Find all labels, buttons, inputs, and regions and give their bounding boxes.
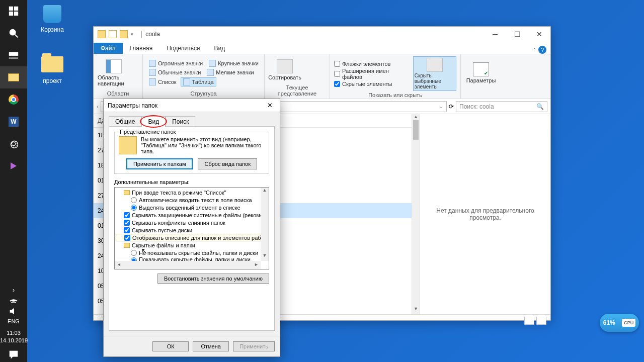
tab-general[interactable]: Общие [109,116,141,127]
ok-button[interactable]: ОК [152,341,189,351]
expand-icon[interactable]: › [0,284,27,296]
tab-search[interactable]: Поиск [166,116,195,127]
settings-icon[interactable] [0,133,27,155]
qat-icon[interactable] [109,30,117,38]
cancel-button[interactable]: Отмена [193,341,229,351]
folder-icon [98,30,106,38]
project-folder-label: проект [33,77,71,84]
preview-pane: Нет данных для предварительного просмотр… [420,114,550,314]
svg-rect-0 [9,7,13,11]
advanced-settings-tree[interactable]: При вводе текста в режиме "Список" Автом… [114,187,269,269]
scrollbar-vertical[interactable]: ▲▼ [412,114,420,314]
cpu-percent: 61% [603,319,615,326]
tree-highlight[interactable]: Выделять введенный элемент в списке [116,204,268,211]
large-icons[interactable]: Крупные значки [207,59,261,67]
folder-options-dialog: Параметры папок ✕ Общие Вид Поиск Предст… [103,99,280,357]
taskbar: W › ENG 11:0314.10.2019 [0,0,27,362]
titlebar: ▾ | coola ─ ☐ ✕ [94,27,550,42]
wifi-icon[interactable] [0,296,27,306]
navigation-pane-button[interactable]: Область навигации [98,59,130,86]
window-title: coola [145,31,160,38]
close-button[interactable]: ✕ [528,27,550,41]
tree-scrollbar-v[interactable]: ▲▼ [261,188,269,261]
refresh-button[interactable]: ⟳ [449,103,454,110]
dialog-close-button[interactable]: ✕ [264,102,276,109]
dialog-title: Параметры папок [108,102,157,109]
tab-share[interactable]: Поделиться [159,43,207,54]
language-indicator[interactable]: ENG [0,316,27,326]
tree-hide-conflicts[interactable]: Скрывать конфликты слияния папок [116,219,268,226]
start-button[interactable] [0,0,27,22]
tree-show-desc[interactable]: Отображать описание для папок и элементо… [116,234,268,241]
search-icon[interactable] [0,22,27,44]
list-view[interactable]: Список [147,77,179,86]
hidden-items[interactable]: Скрытые элементы [334,81,409,87]
svg-rect-2 [9,12,13,16]
hide-selected-button[interactable]: Скрыть выбранные элементы [413,56,456,91]
search-input[interactable]: Поиск: coola 🔍 [456,101,547,112]
tree-hidden-files: Скрытые файлы и папки [116,241,268,249]
huge-icons[interactable]: Огромные значки [147,59,205,67]
svg-rect-1 [14,7,18,11]
folder-view-group: Представление папок Вы можете применить … [114,132,269,174]
tree-auto-search[interactable]: Автоматически вводить текст в поле поиск… [116,196,268,204]
task-view-icon[interactable] [0,44,27,66]
advanced-label: Дополнительные параметры: [114,179,269,185]
volume-icon[interactable] [0,306,27,316]
svg-point-4 [10,30,16,35]
details-view-toggle[interactable] [524,317,534,325]
recycle-bin-label: Корзина [33,26,71,33]
sort-button[interactable]: Сортировать [269,59,301,80]
chrome-icon[interactable] [0,88,27,111]
restore-defaults-button[interactable]: Восстановить значения по умолчанию [157,274,269,284]
svg-rect-6 [10,53,13,56]
tree-input-list: При вводе текста в режиме "Список" [116,189,268,196]
folder-icon [119,136,137,154]
icons-view-toggle[interactable] [536,317,546,325]
project-folder[interactable]: проект [33,54,71,84]
svg-line-5 [15,35,18,38]
media-icon[interactable] [0,155,27,177]
file-extensions[interactable]: Расширения имен файлов [334,68,409,80]
options-button[interactable]: ✔Параметры [465,62,497,83]
qat-icon-2[interactable] [120,30,128,38]
svg-rect-3 [14,12,18,16]
tree-scrollbar-h[interactable]: ◄► [115,261,261,269]
action-center-icon[interactable] [0,347,27,362]
tree-hide-protected[interactable]: Скрывать защищенные системные файлы (рек… [116,211,268,219]
small-icons[interactable]: Мелкие значки [205,68,256,76]
tab-file[interactable]: Файл [94,43,123,54]
reset-folders-button[interactable]: Сброс вида папок [198,158,257,169]
cpu-label: CPU [622,319,635,327]
word-icon[interactable]: W [0,111,27,133]
apply-button[interactable]: Применить [233,341,275,351]
minimize-button[interactable]: ─ [484,27,506,41]
tab-home[interactable]: Главная [123,43,160,54]
tree-dont-show-hidden[interactable]: Не показывать скрытые файлы, папки и дис… [116,249,268,256]
clock[interactable]: 11:0314.10.2019 [0,326,27,347]
dialog-titlebar: Параметры папок ✕ [104,99,280,112]
ribbon-collapse-icon[interactable]: ⌃ [532,47,536,53]
recycle-bin[interactable]: Корзина [33,5,71,33]
explorer-taskbar-icon[interactable] [0,66,27,88]
svg-rect-9 [10,351,18,356]
ribbon: Область навигации Области Огромные значк… [94,54,550,99]
help-icon[interactable]: ? [538,46,546,54]
tree-hide-empty[interactable]: Скрывать пустые диски [116,226,268,234]
back-button[interactable]: ‹ [97,103,99,110]
ribbon-tabs: Файл Главная Поделиться Вид ⌃ ? [94,42,550,54]
item-checkboxes[interactable]: Флажки элементов [334,61,409,67]
search-icon-small: 🔍 [536,103,544,110]
tab-view[interactable]: Вид [207,43,232,54]
maximize-button[interactable]: ☐ [506,27,528,41]
cpu-widget[interactable]: 61% CPU [600,314,639,332]
medium-icons[interactable]: Обычные значки [147,68,203,76]
svg-rect-7 [14,53,18,56]
details-view[interactable]: Таблица [181,77,216,86]
tab-view-settings[interactable]: Вид [141,116,166,127]
apply-to-folders-button[interactable]: Применить к папкам [126,158,193,169]
